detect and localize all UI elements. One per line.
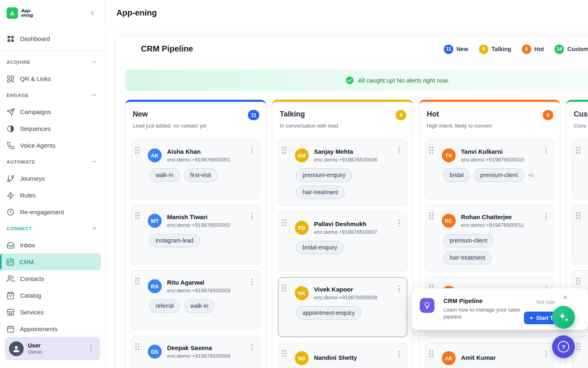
tag: referral bbox=[149, 299, 180, 313]
card-menu-button[interactable]: ⋮ bbox=[394, 220, 403, 227]
column-header: Hot6High intent, likely to convert bbox=[419, 102, 560, 135]
bag-icon bbox=[7, 292, 15, 300]
sidebar-item-crm[interactable]: CRM bbox=[0, 254, 101, 270]
card-menu-button[interactable]: ⋮ bbox=[541, 350, 550, 357]
section-label: CONNECT bbox=[7, 226, 32, 231]
sidebar-item-journeys[interactable]: Journeys bbox=[0, 170, 105, 187]
card-list: ⋮SMSanjay Mehtaenc:demo:+919876500006pre… bbox=[272, 135, 413, 368]
user-avatar-icon bbox=[9, 341, 24, 356]
lead-card[interactable]: ⋮ bbox=[572, 336, 588, 368]
card-menu-button[interactable]: ⋮ bbox=[394, 147, 403, 154]
panel-title: CRM Pipeline bbox=[141, 44, 193, 54]
card-menu-button[interactable]: ⋮ bbox=[394, 350, 403, 357]
close-icon[interactable]: ✕ bbox=[563, 294, 568, 301]
lead-card-pallavi-deshmukh[interactable]: ⋮PDPallavi Deshmukhenc:demo:+91987650000… bbox=[278, 212, 407, 272]
ai-assistant-fab[interactable] bbox=[552, 306, 575, 329]
sidebar-item-campaigns[interactable]: Campaigns bbox=[0, 103, 105, 120]
drag-handle-icon[interactable] bbox=[429, 147, 434, 155]
drag-handle-icon[interactable] bbox=[576, 212, 581, 220]
card-menu-button[interactable]: ⋮ bbox=[247, 213, 256, 220]
card-head: PDPallavi Deshmukhenc:demo:+919876500007 bbox=[295, 220, 393, 235]
lead-card-vivek-kapoor[interactable]: ⋮VKVivek Kapoorenc:demo:+919876500008app… bbox=[278, 277, 407, 337]
drag-handle-icon[interactable] bbox=[282, 285, 287, 292]
user-role: Owner bbox=[28, 349, 42, 355]
sidebar-item-label: Inbox bbox=[20, 242, 35, 249]
sidebar-section-connect[interactable]: CONNECT bbox=[0, 220, 105, 237]
sidebar-item-services[interactable]: Services bbox=[0, 304, 105, 321]
lead-card-amit-kumar[interactable]: ⋮AKAmit Kumar bbox=[425, 343, 554, 368]
clock-icon bbox=[7, 208, 15, 216]
lead-card-manish-tiwari[interactable]: ⋮MTManish Tiwarienc:demo:+919876500002in… bbox=[131, 205, 260, 265]
lead-card-sanjay-mehta[interactable]: ⋮SMSanjay Mehtaenc:demo:+919876500006pre… bbox=[278, 139, 407, 206]
sidebar-item-voice-agents[interactable]: Voice Agents bbox=[0, 137, 105, 154]
user-menu-button[interactable]: ⋮ bbox=[87, 345, 96, 352]
card-head: VKVivek Kapoorenc:demo:+919876500008 bbox=[295, 286, 393, 301]
tag: premium-client bbox=[443, 234, 494, 247]
sidebar-collapse-button[interactable] bbox=[88, 8, 98, 18]
sidebar-item-qr-links[interactable]: QR & Links bbox=[0, 70, 105, 87]
lead-name: Sanjay Mehta bbox=[314, 148, 377, 155]
card-menu-button[interactable]: ⋮ bbox=[541, 213, 550, 220]
sidebar-item-dashboard[interactable]: Dashboard bbox=[0, 30, 105, 47]
chevron-up-icon bbox=[91, 159, 98, 165]
lead-name: Ritu Agarwal bbox=[167, 279, 230, 286]
lead-name: Pallavi Deshmukh bbox=[314, 220, 377, 227]
stat-count-badge: 14 bbox=[555, 45, 564, 54]
card-menu-button[interactable]: ⋮ bbox=[394, 285, 403, 292]
avatar: RC bbox=[442, 214, 456, 228]
drag-handle-icon[interactable] bbox=[282, 147, 287, 155]
drag-handle-icon[interactable] bbox=[576, 278, 581, 285]
column-new: New11Lead just added, no contact yet⋮AKA… bbox=[125, 100, 266, 368]
drag-handle-icon[interactable] bbox=[429, 350, 434, 358]
drag-handle-icon[interactable] bbox=[135, 343, 140, 351]
sidebar-item-re-engagement[interactable]: Re-engagement bbox=[0, 204, 105, 220]
sidebar-item-rules[interactable]: Rules bbox=[0, 187, 105, 204]
card-head: RCRohan Chatterjeeenc:demo:+919876500011 bbox=[442, 213, 540, 228]
sidebar-item-catalog[interactable]: Catalog bbox=[0, 287, 105, 304]
stat-new: 11New bbox=[444, 45, 468, 54]
lead-card-aisha-khan[interactable]: ⋮AKAisha Khanenc:demo:+919876500001walk-… bbox=[131, 139, 260, 199]
lead-card-tanvi-kulkarni[interactable]: ⋮TKTanvi Kulkarnienc:demo:+919876500010b… bbox=[425, 139, 554, 199]
sidebar-item-label: Rules bbox=[20, 192, 36, 199]
column-title: Customer bbox=[574, 110, 588, 119]
lead-card-rohan-chatterjee[interactable]: ⋮RCRohan Chatterjeeenc:demo:+91987650001… bbox=[425, 205, 554, 272]
sidebar-item-inbox[interactable]: Inbox bbox=[0, 237, 105, 254]
drag-handle-icon[interactable] bbox=[576, 343, 581, 351]
help-fab[interactable]: ? bbox=[552, 335, 575, 358]
card-menu-button[interactable]: ⋮ bbox=[541, 147, 550, 154]
drag-handle-icon[interactable] bbox=[135, 278, 140, 285]
drag-handle-icon[interactable] bbox=[429, 212, 434, 220]
toast-dismiss-button[interactable]: Not now bbox=[537, 299, 555, 305]
sidebar-item-label: Services bbox=[20, 309, 44, 316]
sidebar-section-acquire[interactable]: ACQUIRE bbox=[0, 54, 105, 70]
sidebar-item-contacts[interactable]: Contacts bbox=[0, 270, 105, 287]
tag-list: instagram-lead bbox=[149, 234, 246, 247]
card-menu-button[interactable]: ⋮ bbox=[247, 343, 256, 350]
store-icon bbox=[7, 308, 15, 316]
sidebar-section-automate[interactable]: AUTOMATE bbox=[0, 154, 105, 170]
drag-handle-icon[interactable] bbox=[135, 147, 140, 155]
card-menu-button[interactable]: ⋮ bbox=[247, 147, 256, 154]
lead-card-deepak-saxena[interactable]: ⋮DSDeepak Saxenaenc:demo:+919876500004 bbox=[131, 336, 260, 368]
lead-name: Nandini Shetty bbox=[314, 354, 357, 361]
card-menu-button[interactable]: ⋮ bbox=[247, 278, 256, 285]
sidebar-item-sequences[interactable]: Sequences bbox=[0, 120, 105, 137]
drag-handle-icon[interactable] bbox=[282, 219, 287, 227]
lead-card-nandini-shetty[interactable]: ⋮NSNandini Shetty bbox=[278, 343, 407, 368]
drag-handle-icon[interactable] bbox=[135, 212, 140, 220]
logo-monogram: A bbox=[7, 7, 18, 19]
drag-handle-icon[interactable] bbox=[576, 147, 581, 155]
user-card[interactable]: User Owner ⋮ bbox=[5, 337, 100, 360]
send-icon bbox=[7, 108, 15, 116]
tag: first-visit bbox=[184, 168, 218, 182]
column-subtitle: Conv bbox=[574, 123, 588, 129]
user-name: User bbox=[28, 342, 42, 349]
lead-card-ritu-agarwal[interactable]: ⋮RARitu Agarwalenc:demo:+919876500003ref… bbox=[131, 270, 260, 330]
sidebar-item-appointments[interactable]: Appointments bbox=[0, 321, 105, 337]
lead-card[interactable]: ⋮ bbox=[572, 139, 588, 199]
section-label: AUTOMATE bbox=[7, 159, 36, 164]
sidebar-section-engage[interactable]: ENGAGE bbox=[0, 87, 105, 103]
lead-card[interactable]: ⋮ bbox=[572, 205, 588, 265]
column-subtitle: Lead just added, no contact yet bbox=[133, 123, 258, 129]
drag-handle-icon[interactable] bbox=[282, 350, 287, 358]
